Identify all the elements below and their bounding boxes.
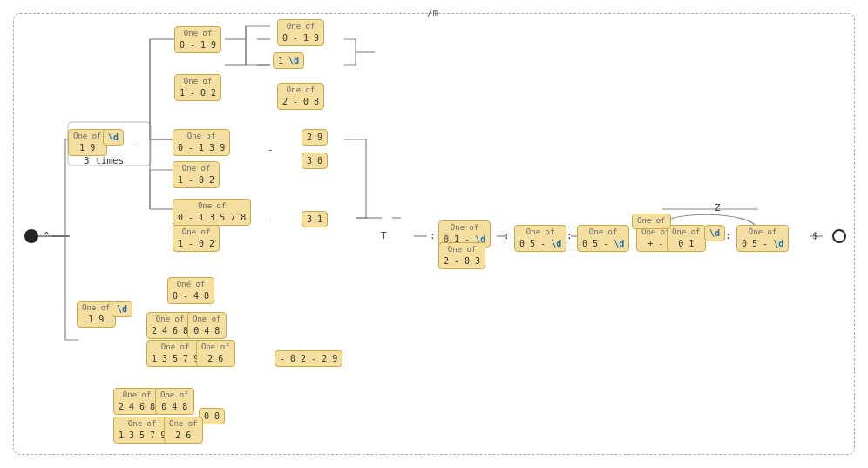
colon-right: :	[725, 230, 731, 241]
colon-2: :	[504, 230, 510, 241]
oneof-05-right: One of 0 5 - \d	[736, 225, 789, 252]
dollar-node: $	[812, 230, 818, 241]
oneof-19-main: One of 1 9	[68, 129, 107, 156]
caret-node: ^	[44, 230, 50, 241]
oneof-0-139: One of 0 - 1 3 9	[173, 129, 230, 156]
oneof-1-02-3rd: One of 1 - 0 2	[173, 225, 220, 252]
d-main-top: \d	[103, 129, 124, 146]
main-canvas: /m	[0, 0, 868, 468]
end-node	[832, 229, 846, 243]
oneof-1d-top: 1 \d	[273, 52, 304, 69]
oneof-048-bot: One of 0 4 8	[155, 388, 194, 415]
dash-main: -	[134, 139, 140, 151]
oneof-0-13578: One of 0 - 1 3 5 7 8	[173, 199, 251, 226]
val-31: 3 1	[302, 211, 328, 227]
d-right: \d	[704, 225, 725, 241]
oneof-1-02-2nd: One of 1 - 0 2	[173, 161, 220, 188]
oneof-2-08: One of 2 - 0 8	[277, 83, 324, 110]
3times-label: 3 times	[84, 155, 124, 166]
colon-1: :	[430, 230, 436, 241]
dash-31: -	[268, 214, 274, 225]
dash-2nd: -	[268, 144, 274, 155]
Z-label: Z	[715, 202, 721, 214]
oneof-01-right: One of 0 1	[667, 225, 706, 252]
oneof-0-19-top: One of 0 - 1 9	[174, 26, 221, 53]
val-30: 3 0	[302, 153, 328, 169]
oneof-05-2: One of 0 5 - \d	[577, 225, 629, 252]
oneof-2468-bot: One of 2 4 6 8	[113, 388, 160, 415]
oneof-0-19-tr: One of 0 - 1 9	[277, 19, 324, 46]
oneof-05-1: One of 0 5 - \d	[514, 225, 566, 252]
oneof-2-03: One of 2 - 0 3	[438, 242, 485, 269]
oneof-26-top: One of 2 6	[196, 340, 235, 367]
oneof-one-detected: One of	[632, 214, 671, 229]
oneof-26-bot: One of 2 6	[164, 417, 203, 444]
val-29: 2 9	[302, 129, 328, 146]
T-node: T	[381, 230, 387, 241]
start-node	[24, 229, 38, 243]
colon-3: :	[566, 230, 573, 241]
oneof-1-02-top: One of 1 - 0 2	[174, 74, 221, 101]
oneof-0-48-top: One of 0 - 4 8	[167, 277, 214, 304]
oneof-13579-bot: One of 1 3 5 7 9	[113, 417, 171, 444]
oneof-19-bot: One of 1 9	[77, 301, 116, 328]
val-02-29: - 0 2 - 2 9	[275, 350, 342, 367]
d-bot: \d	[112, 301, 132, 317]
oneof-048-top: One of 0 4 8	[187, 312, 227, 339]
